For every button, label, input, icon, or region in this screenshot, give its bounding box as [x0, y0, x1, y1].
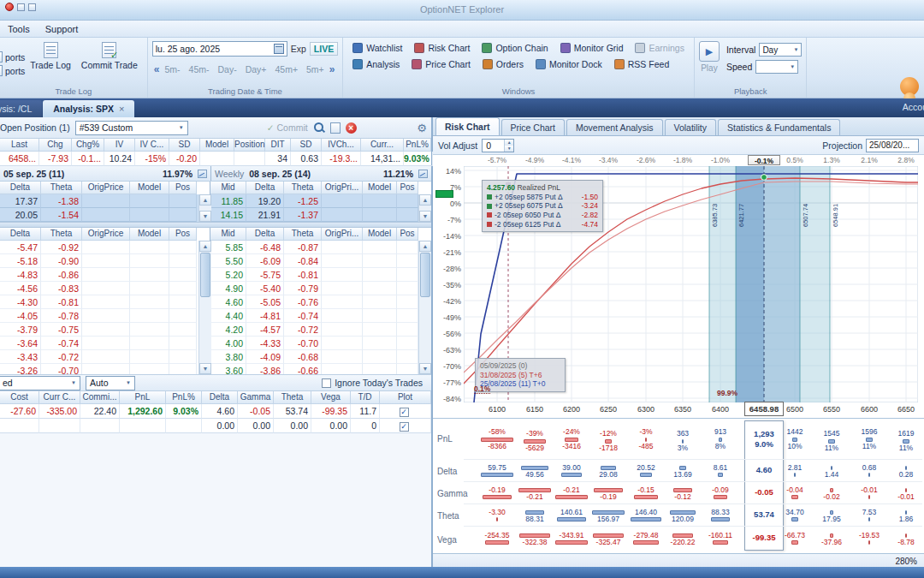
calendar-icon[interactable] [274, 44, 284, 54]
close-tab-icon[interactable]: × [119, 104, 124, 114]
pnl-bar [524, 439, 546, 444]
commit-trade-button[interactable]: Commit Trade [76, 39, 143, 73]
ribbon-button-earnings[interactable]: Earnings [630, 41, 689, 55]
chain-row[interactable]: -4.05-0.784.40-4.81-0.74 [0, 309, 431, 323]
chain-row[interactable]: -3.43-0.723.80-4.09-0.68 [0, 350, 431, 364]
chain-scrollbar-left[interactable]: ▲▼ [198, 241, 211, 374]
tab-movement-analysis[interactable]: Movement Analysis [566, 119, 662, 135]
risk-chart: -5.7%-4.9%-4.1%-3.4%-2.6%-1.8%-1.0%-0.1%… [433, 155, 924, 419]
tab-analysis-cl[interactable]: Analysis: /CL [0, 100, 42, 117]
ribbon-button-rss-feed[interactable]: RSS Feed [609, 57, 674, 71]
tab-analysis-spx[interactable]: Analysis: SPX × [43, 100, 134, 117]
mini-chart-icon[interactable] [198, 170, 207, 178]
ribbon-button-orders[interactable]: Orders [477, 57, 529, 71]
ribbon-button-price-chart[interactable]: Price Chart [406, 57, 476, 71]
ribbon-button-monitor-dock[interactable]: Monitor Dock [530, 57, 607, 71]
gamma-cell: -0.01 [888, 485, 924, 504]
nav-forward-icon[interactable]: » [329, 63, 335, 75]
tab-risk-chart[interactable]: Risk Chart [435, 117, 500, 135]
ribbon-button-watchlist[interactable]: Watchlist [347, 41, 407, 55]
tab-price-chart[interactable]: Price Chart [501, 119, 566, 135]
settings-gear-icon[interactable]: ⚙ [416, 122, 428, 134]
ribbon-button-risk-chart[interactable]: Risk Chart [409, 41, 475, 55]
position-leg-row[interactable]: 17.37-1.3811.8519.20-1.25 [0, 194, 431, 208]
chain-header-cell: Model [130, 228, 169, 241]
chain-cell [363, 337, 397, 350]
scrollbar-thumb[interactable] [420, 253, 430, 297]
ribbon-button-analysis[interactable]: Analysis [347, 57, 405, 71]
leg-delta: -2.82 [582, 211, 598, 220]
account-panel-label: Accou [903, 102, 924, 112]
scrollbar[interactable]: ▲▼ [418, 194, 431, 222]
chain-row[interactable]: -3.64-0.744.00-4.33-0.70 [0, 337, 431, 350]
delta-bar [481, 473, 513, 477]
magnifier-icon[interactable] [313, 122, 325, 134]
auto-dropdown[interactable]: Auto▼ [86, 376, 135, 390]
delta-value: 0.68 [862, 464, 877, 472]
chain-row[interactable]: -4.56-0.834.90-5.40-0.79 [0, 282, 431, 295]
plot-checkbox[interactable]: ✓ [400, 408, 409, 417]
trade-log-button[interactable]: Trade Log [25, 39, 75, 73]
panel-splitter[interactable] [0, 222, 431, 228]
reports-button[interactable]: ports [0, 51, 25, 63]
ribbon-button-monitor-grid[interactable]: Monitor Grid [555, 41, 629, 55]
chain-row[interactable]: -4.30-0.814.60-5.05-0.76 [0, 295, 431, 309]
nav-button-45m-[interactable]: 45m+ [275, 64, 298, 74]
chain-left-half: -3.26-0.70 [0, 364, 210, 374]
menu-tools[interactable]: Tools [0, 22, 38, 36]
ignore-trades-checkbox[interactable] [322, 378, 331, 388]
gamma-cell: -0.04 [777, 483, 813, 503]
totals-row: 0.000.000.000.000✓ [0, 419, 431, 433]
expiration-title-left[interactable]: 05 sep. 25 (11) [3, 169, 64, 179]
expiration-title-right[interactable]: 08 sep. 25 (14) [249, 169, 311, 179]
y-axis-label: -42% [435, 297, 461, 306]
nav-button-5m-[interactable]: 5m+ [306, 64, 324, 74]
chain-row[interactable]: -4.83-0.865.20-5.75-0.81 [0, 268, 431, 282]
ribbon-button-label: Orders [496, 59, 524, 69]
scrollbar-thumb[interactable] [200, 253, 210, 297]
zoom-level-label[interactable]: 280% [895, 557, 917, 566]
chain-row[interactable]: -5.47-0.925.85-6.48-0.87 [0, 241, 431, 254]
grid-edit-icon[interactable] [330, 122, 341, 134]
delta-value: 4.60 [756, 466, 773, 474]
theta-cell: 34.70 [777, 505, 813, 525]
vol-adjust-spinner[interactable]: 0 ▲▼ [482, 139, 514, 152]
chain-cell: -0.66 [284, 364, 322, 374]
projection-date-input[interactable]: 25/08/20... [866, 139, 919, 152]
summary-header-cell: DIT [265, 139, 291, 152]
chain-row[interactable]: -3.26-0.703.60-3.86-0.66 [0, 364, 431, 374]
interval-select[interactable]: Day▼ [759, 43, 802, 57]
view-mode-dropdown[interactable]: ed▼ [0, 376, 80, 390]
speed-select[interactable]: ▼ [755, 60, 798, 74]
totals-value-cell: 0.00 [311, 419, 351, 433]
chain-scrollbar-right[interactable]: ▲▼ [418, 241, 431, 374]
chain-row[interactable]: -5.18-0.905.50-6.09-0.84 [0, 254, 431, 268]
chain-cell [322, 268, 363, 282]
delete-position-icon[interactable]: × [346, 122, 357, 134]
chain-left-half: -3.64-0.74 [0, 337, 210, 350]
chain-row[interactable]: -3.79-0.754.20-4.57-0.72 [0, 323, 431, 337]
greek-row-label-vega: Vega [437, 535, 457, 545]
chain-right-half: 4.20-4.57-0.72 [210, 323, 431, 337]
ribbon-button-label: Watchlist [366, 43, 402, 53]
trading-date-input[interactable]: lu. 25 ago. 2025 [152, 41, 287, 57]
strategy-dropdown[interactable]: #539 Custom▼ [75, 121, 188, 135]
scrollbar[interactable]: ▲▼ [198, 194, 211, 222]
nav-button-45m-[interactable]: 45m- [189, 64, 210, 74]
nav-button-5m-[interactable]: 5m- [164, 64, 180, 74]
reports-button-2[interactable]: ports [0, 65, 25, 76]
live-badge[interactable]: LIVE [310, 42, 338, 56]
menu-support[interactable]: Support [38, 22, 86, 36]
position-leg-row[interactable]: 20.05-1.5414.1521.91-1.37 [0, 208, 431, 222]
nav-button-day-[interactable]: Day- [217, 64, 236, 74]
tab-volatility[interactable]: Volatility [665, 119, 717, 135]
current-price-dot[interactable] [761, 175, 767, 181]
nav-button-day-[interactable]: Day+ [246, 64, 267, 74]
play-button[interactable]: ▶ [699, 41, 720, 62]
tab-statistics[interactable]: Statistics & Fundamentals [718, 119, 840, 135]
mini-chart-icon-2[interactable] [418, 170, 428, 178]
commit-button[interactable]: ✓Commit [267, 122, 308, 133]
plot-checkbox[interactable]: ✓ [400, 422, 409, 432]
ribbon-button-option-chain[interactable]: Option Chain [477, 41, 553, 55]
nav-back-icon[interactable]: « [154, 63, 160, 75]
